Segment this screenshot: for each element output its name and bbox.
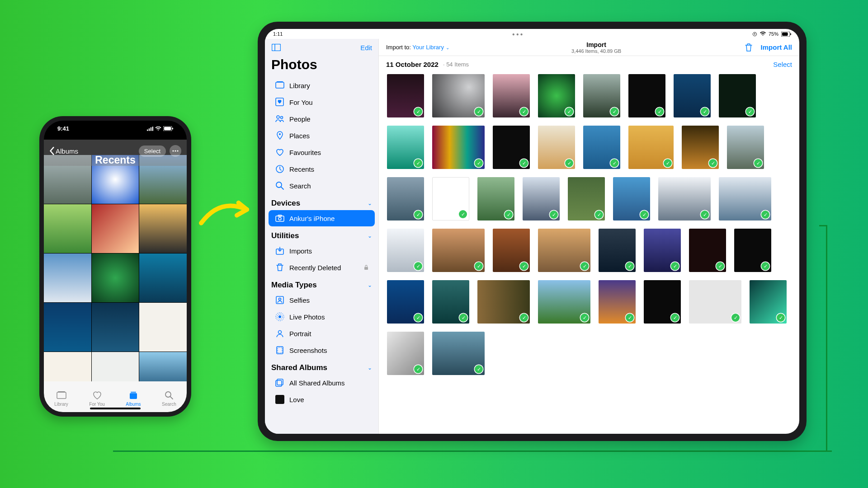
import-thumbnail[interactable]: ✓ xyxy=(432,74,485,117)
photo-thumbnail[interactable] xyxy=(139,253,187,302)
sidebar-item-love[interactable]: Love xyxy=(269,391,375,408)
sidebar-item-portrait[interactable]: Portrait xyxy=(269,325,375,342)
sidebar-item-screenshots[interactable]: Screenshots xyxy=(269,342,375,358)
sidebar-item-for-you[interactable]: For You xyxy=(269,94,375,110)
import-thumbnail[interactable]: ✓ xyxy=(387,332,424,375)
svg-point-9 xyxy=(177,150,178,151)
sidebar-item-live-photos[interactable]: Live Photos xyxy=(269,309,375,325)
sidebar-item-places[interactable]: Places xyxy=(269,127,375,144)
svg-rect-23 xyxy=(276,82,284,88)
sidebar-item-selfies[interactable]: Selfies xyxy=(269,292,375,308)
photo-thumbnail[interactable] xyxy=(44,352,91,384)
sidebar-item-search[interactable]: Search xyxy=(269,178,375,194)
love-icon xyxy=(275,394,285,404)
import-thumbnail[interactable]: ✓ xyxy=(750,280,787,324)
import-thumbnail[interactable]: ✓ xyxy=(538,229,590,272)
import-thumbnail[interactable]: ✓ xyxy=(583,74,620,117)
import-thumbnail[interactable]: ✓ xyxy=(613,177,650,221)
import-thumbnail[interactable]: ✓ xyxy=(734,229,771,272)
toggle-sidebar-button[interactable] xyxy=(271,42,281,52)
imported-check-icon: ✓ xyxy=(731,314,740,322)
sidebar-item-device-iphone[interactable]: Ankur's iPhone xyxy=(269,210,375,226)
multitask-dots[interactable]: ● ● ● xyxy=(512,32,523,37)
photo-thumbnail[interactable] xyxy=(44,204,91,253)
imported-check-icon: ✓ xyxy=(626,314,634,322)
tab-for-you[interactable]: For You xyxy=(89,390,104,407)
import-thumbnail[interactable]: ✓ xyxy=(387,126,424,169)
sidebar-item-library[interactable]: Library xyxy=(269,77,375,94)
import-thumbnail[interactable]: ✓ xyxy=(387,177,424,221)
select-button[interactable]: Select xyxy=(773,61,792,68)
import-thumbnail[interactable]: ✓ xyxy=(432,332,485,375)
sidebar-item-all-shared-albums[interactable]: All Shared Albums xyxy=(269,375,375,391)
photo-thumbnail[interactable] xyxy=(92,352,139,384)
import-thumbnail[interactable]: ✓ xyxy=(387,229,424,272)
imported-check-icon: ✓ xyxy=(565,108,573,116)
section-shared-albums[interactable]: Shared Albums⌄ xyxy=(265,359,378,374)
iphone-photo-grid[interactable] xyxy=(44,155,187,384)
import-thumbnail[interactable]: ✓ xyxy=(583,126,620,169)
import-thumbnail[interactable]: ✓ xyxy=(727,126,764,169)
import-thumbnail[interactable]: ✓ xyxy=(493,126,530,169)
import-thumbnail[interactable]: ✓ xyxy=(477,280,530,324)
tab-albums[interactable]: Albums xyxy=(126,390,141,407)
sidebar-item-recently-deleted[interactable]: Recently Deleted xyxy=(269,259,375,276)
import-thumbnail[interactable]: ✓ xyxy=(628,74,665,117)
photo-thumbnail[interactable] xyxy=(139,303,187,352)
delete-button[interactable] xyxy=(744,42,754,52)
import-to-selector[interactable]: Import to: Your Library ⌄ xyxy=(386,44,449,51)
section-devices[interactable]: Devices⌄ xyxy=(265,194,378,210)
import-thumbnail[interactable]: ✓ xyxy=(719,74,756,117)
photo-thumbnail[interactable] xyxy=(92,303,139,352)
import-thumbnail[interactable]: ✓ xyxy=(477,177,514,221)
import-thumbnail[interactable]: ✓ xyxy=(432,177,469,221)
import-all-button[interactable]: Import All xyxy=(761,43,792,51)
photo-thumbnail[interactable] xyxy=(92,253,139,302)
photo-thumbnail[interactable] xyxy=(139,204,187,253)
imported-check-icon: ✓ xyxy=(671,262,679,270)
wifi-icon xyxy=(760,32,766,36)
import-thumbnail[interactable]: ✓ xyxy=(674,74,711,117)
svg-point-27 xyxy=(281,117,283,119)
import-thumbnail[interactable]: ✓ xyxy=(387,280,424,324)
imported-check-icon: ✓ xyxy=(475,108,483,116)
import-thumbnail[interactable]: ✓ xyxy=(658,177,711,221)
import-thumbnail[interactable]: ✓ xyxy=(644,280,681,324)
sidebar-item-people[interactable]: People xyxy=(269,111,375,127)
edit-button[interactable]: Edit xyxy=(360,44,372,52)
import-thumbnail[interactable]: ✓ xyxy=(432,280,469,324)
import-thumbnail[interactable]: ✓ xyxy=(682,126,719,169)
tab-search[interactable]: Search xyxy=(162,390,176,407)
photo-thumbnail[interactable] xyxy=(139,352,187,384)
import-thumbnail[interactable]: ✓ xyxy=(432,126,485,169)
sidebar-item-favourites[interactable]: Favourites xyxy=(269,144,375,160)
import-thumbnail[interactable]: ✓ xyxy=(599,229,636,272)
import-thumbnail[interactable]: ✓ xyxy=(689,280,741,324)
sidebar-item-recents[interactable]: Recents xyxy=(269,161,375,177)
import-thumbnail[interactable]: ✓ xyxy=(599,280,636,324)
photo-thumbnail[interactable] xyxy=(92,204,139,253)
import-thumbnail[interactable]: ✓ xyxy=(493,229,530,272)
sidebar-item-label: All Shared Albums xyxy=(289,379,345,387)
import-thumbnail[interactable]: ✓ xyxy=(538,280,590,324)
import-thumbnail[interactable]: ✓ xyxy=(568,177,605,221)
rotation-lock-icon xyxy=(752,32,757,37)
import-thumbnail[interactable]: ✓ xyxy=(523,177,560,221)
import-thumbnail[interactable]: ✓ xyxy=(644,229,681,272)
import-thumbnail[interactable]: ✓ xyxy=(689,229,726,272)
tab-library[interactable]: Library xyxy=(54,390,68,407)
import-thumbnail[interactable]: ✓ xyxy=(628,126,674,169)
import-thumbnail[interactable]: ✓ xyxy=(493,74,530,117)
import-thumbnail[interactable]: ✓ xyxy=(719,177,771,221)
import-thumbnail[interactable]: ✓ xyxy=(432,229,485,272)
photo-thumbnail[interactable] xyxy=(44,303,91,352)
photo-thumbnail[interactable] xyxy=(44,253,91,302)
section-media-types[interactable]: Media Types⌄ xyxy=(265,276,378,291)
import-thumbnail[interactable]: ✓ xyxy=(538,74,575,117)
import-thumbnail[interactable]: ✓ xyxy=(387,74,424,117)
iphone-time: 9:41 xyxy=(57,125,69,132)
section-utilities[interactable]: Utilities⌄ xyxy=(265,227,378,242)
import-thumbnail[interactable]: ✓ xyxy=(538,126,575,169)
sidebar-item-imports[interactable]: Imports xyxy=(269,243,375,259)
library-icon xyxy=(57,391,66,400)
